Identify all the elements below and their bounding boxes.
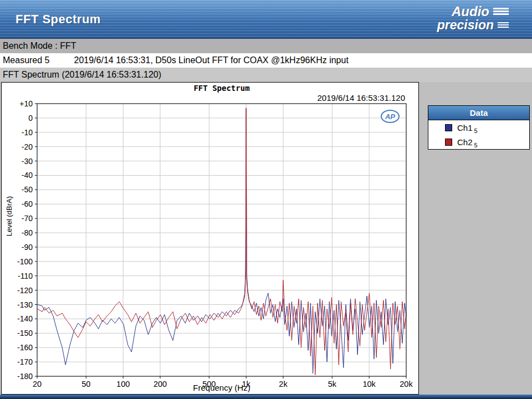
data-legend: Data Ch15 Ch25 xyxy=(428,105,530,150)
bottom-status-bar xyxy=(0,395,532,399)
title-banner: FFT Spectrum Audio precision xyxy=(0,0,532,39)
ch1-swatch-icon xyxy=(445,124,452,131)
logo-word-precision: precision xyxy=(437,18,494,32)
bench-mode-text: Bench Mode : FFT xyxy=(3,41,76,50)
x-axis-label: Frequency (Hz) xyxy=(37,383,406,392)
chart-subtitle-bar: FFT Spectrum (2019/6/14 16:53:31.120) xyxy=(0,68,532,82)
logo-bars-small-icon xyxy=(498,22,509,28)
svg-text:-90: -90 xyxy=(22,243,33,252)
svg-text:-130: -130 xyxy=(17,300,33,309)
svg-text:-100: -100 xyxy=(17,257,33,266)
svg-text:-50: -50 xyxy=(22,185,33,194)
measured-label: Measured 5 xyxy=(3,55,50,65)
legend-item-ch1[interactable]: Ch15 xyxy=(428,120,529,135)
plot-title: FFT Spectrum xyxy=(37,84,406,93)
svg-text:-110: -110 xyxy=(18,272,33,280)
svg-text:-170: -170 xyxy=(17,357,33,366)
y-axis-label: Level (dBrA) xyxy=(5,196,13,236)
svg-text:+10: +10 xyxy=(19,99,33,108)
bench-mode-bar: Bench Mode : FFT xyxy=(0,39,532,53)
svg-text:-40: -40 xyxy=(22,171,33,180)
chart-subtitle-text: FFT Spectrum (2019/6/14 16:53:31.120) xyxy=(3,70,161,79)
page-title: FFT Spectrum xyxy=(16,12,101,27)
svg-text:-120: -120 xyxy=(17,286,33,295)
legend-label-ch1: Ch15 xyxy=(457,123,478,132)
audio-precision-logo: Audio precision xyxy=(437,4,509,32)
svg-text:0: 0 xyxy=(28,114,33,122)
logo-word-audio: Audio xyxy=(452,4,489,18)
svg-text:-70: -70 xyxy=(22,214,33,223)
svg-text:-60: -60 xyxy=(22,200,33,208)
legend-label-ch2: Ch25 xyxy=(457,137,478,147)
legend-sub-ch1: 5 xyxy=(474,127,478,134)
legend-header: Data xyxy=(428,106,529,120)
svg-text:-140: -140 xyxy=(17,314,33,323)
legend-sub-ch2: 5 xyxy=(474,142,478,149)
measured-bar: Measured 52019/6/14 16:53:31, D50s LineO… xyxy=(0,53,532,68)
plot-timestamp: 2019/6/14 16:53:31.120 xyxy=(318,93,405,103)
fft-chart-panel: +100-10-20-30-40-50-60-70-80-90-100-110-… xyxy=(1,82,419,395)
svg-text:-30: -30 xyxy=(22,157,33,166)
spectrum-plot: +100-10-20-30-40-50-60-70-80-90-100-110-… xyxy=(2,83,418,394)
svg-text:-160: -160 xyxy=(17,343,33,352)
svg-text:-10: -10 xyxy=(22,128,33,137)
ap-watermark-icon: AP xyxy=(381,110,400,123)
measured-description: 2019/6/14 16:53:31, D50s LineOut FFT for… xyxy=(74,55,349,65)
svg-text:-180: -180 xyxy=(17,372,33,381)
legend-item-ch2[interactable]: Ch25 xyxy=(428,135,529,149)
svg-text:-20: -20 xyxy=(22,142,33,151)
logo-bars-icon xyxy=(493,8,509,15)
svg-text:-150: -150 xyxy=(17,329,33,337)
svg-text:-80: -80 xyxy=(22,228,33,237)
ch2-swatch-icon xyxy=(445,139,452,146)
